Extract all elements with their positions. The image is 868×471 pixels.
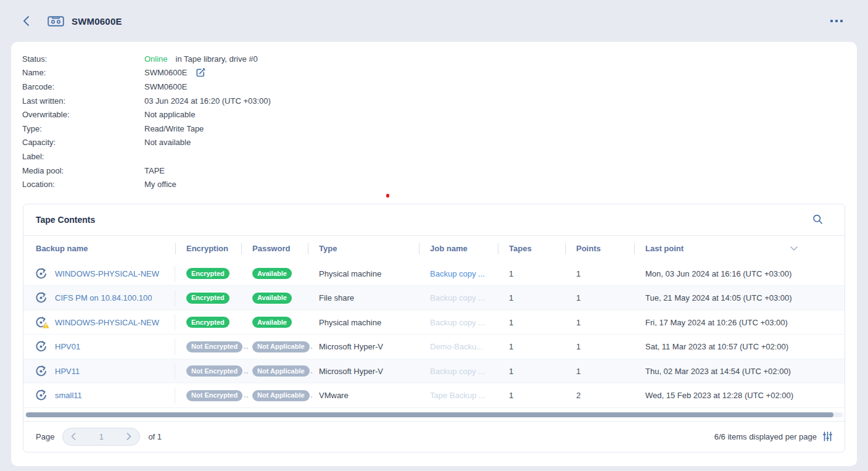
- table-footer: Page 1 of 1 6/6 items displayed per page: [23, 421, 845, 452]
- sliders-icon: [823, 431, 832, 441]
- backup-name-link[interactable]: small11: [55, 391, 82, 400]
- tapes-cell: 1: [498, 293, 565, 302]
- type-cell: Microsoft Hyper-V: [308, 367, 419, 376]
- current-page-value[interactable]: 1: [99, 432, 104, 441]
- page-title: SWM0600E: [72, 16, 122, 27]
- status-location-value: in Tape library, drive #0: [176, 54, 258, 64]
- restore-point-icon: [35, 267, 48, 280]
- warning-triangle-icon: [42, 322, 50, 331]
- detail-row-last-written: Last written: 03 Jun 2024 at 16:20 (UTC …: [22, 94, 857, 108]
- password-badge: Not Applicable: [252, 365, 310, 377]
- type-cell: VMware: [308, 391, 419, 400]
- pager-control: 1: [62, 428, 140, 446]
- column-header-type[interactable]: Type: [308, 244, 419, 253]
- password-badge: Available: [252, 293, 292, 304]
- backup-name-link[interactable]: CIFS PM on 10.84.100.100: [55, 293, 152, 302]
- detail-row-overwritable: Overwritable: Not applicable: [22, 107, 857, 122]
- more-actions-button[interactable]: [829, 16, 844, 26]
- edit-pencil-icon: [196, 67, 206, 78]
- detail-row-media-pool: Media pool: TAPE: [22, 164, 857, 178]
- location-value: My office: [144, 180, 176, 189]
- table-row: WINDOWS-PHYSICAL-NEW Encrypted Available…: [23, 311, 845, 335]
- table-row: HPV11 Not Encrypted.. Not Applicable. Mi…: [23, 359, 845, 384]
- items-per-page-button[interactable]: [823, 431, 832, 441]
- column-header-job-name[interactable]: Job name: [419, 244, 498, 253]
- points-cell: 1: [565, 318, 634, 327]
- tape-contents-panel: Tape Contents Backup name Encryption Pas…: [23, 204, 845, 452]
- encryption-badge: Encrypted: [186, 317, 229, 328]
- prev-page-button[interactable]: [71, 433, 76, 440]
- detail-row-label: Label:: [22, 149, 857, 164]
- tape-contents-title: Tape Contents: [36, 215, 95, 225]
- column-header-encryption[interactable]: Encryption: [175, 244, 241, 253]
- scrollbar-track[interactable]: [25, 412, 843, 417]
- detail-row-type: Type: Read/Write Tape: [22, 122, 857, 136]
- job-name-link[interactable]: Demo-Backu...: [430, 342, 483, 351]
- type-value: Read/Write Tape: [144, 124, 204, 133]
- last-point-cell: Mon, 03 Jun 2024 at 16:16 (UTC +03:00): [634, 269, 845, 278]
- detail-row-location: Location: My office: [22, 177, 857, 191]
- items-displayed-label: 6/6 items displayed per page: [714, 432, 817, 441]
- edit-name-button[interactable]: [196, 67, 206, 78]
- tape-properties: Status: Online in Tape library, drive #0…: [11, 42, 857, 191]
- job-name-link[interactable]: Backup copy ...: [430, 293, 485, 302]
- backup-name-link[interactable]: HPV11: [55, 367, 80, 376]
- type-cell: Physical machine: [308, 269, 419, 278]
- column-header-backup-name[interactable]: Backup name: [23, 244, 175, 253]
- restore-point-icon: [35, 389, 48, 402]
- job-name-link[interactable]: Backup copy ...: [430, 269, 485, 278]
- page-of-label: of 1: [148, 432, 162, 441]
- column-header-tapes[interactable]: Tapes: [498, 244, 565, 253]
- back-button[interactable]: [22, 15, 31, 27]
- search-button[interactable]: [812, 214, 824, 225]
- column-header-password[interactable]: Password: [241, 244, 308, 253]
- restore-point-warning-icon: [35, 316, 48, 329]
- points-cell: 1: [565, 293, 634, 302]
- search-icon: [812, 214, 824, 225]
- page-label: Page: [36, 432, 54, 441]
- detail-row-status: Status: Online in Tape library, drive #0: [22, 52, 857, 66]
- top-bar: SWM0600E: [0, 0, 868, 42]
- encryption-badge: Encrypted: [186, 293, 229, 304]
- job-name-link[interactable]: Tape Backup ...: [430, 391, 486, 400]
- type-cell: Microsoft Hyper-V: [308, 342, 419, 351]
- capacity-value: Not available: [144, 138, 191, 147]
- sort-descending-icon[interactable]: [790, 246, 798, 251]
- backup-name-link[interactable]: WINDOWS-PHYSICAL-NEW: [55, 269, 159, 278]
- last-point-cell: Thu, 02 Mar 2023 at 14:54 (UTC +02:00): [634, 367, 845, 376]
- overwritable-value: Not applicable: [144, 110, 195, 119]
- restore-point-icon: [35, 365, 48, 378]
- ellipsis-icon: [830, 20, 833, 22]
- job-name-link[interactable]: Backup copy ...: [430, 318, 485, 327]
- detail-label: Name:: [22, 68, 144, 77]
- tapes-cell: 1: [498, 269, 565, 278]
- detail-label: Status:: [22, 54, 144, 64]
- table-row: WINDOWS-PHYSICAL-NEW Encrypted Available…: [23, 262, 845, 286]
- tapes-cell: 1: [498, 342, 565, 351]
- chevron-left-icon: [71, 433, 76, 440]
- red-dot-artifact: [386, 194, 389, 198]
- last-point-cell: Sat, 11 Mar 2023 at 10:57 (UTC +02:00): [634, 342, 845, 351]
- table-body: WINDOWS-PHYSICAL-NEW Encrypted Available…: [23, 262, 845, 408]
- column-header-points[interactable]: Points: [565, 244, 634, 253]
- type-cell: File share: [308, 293, 419, 302]
- tape-contents-header: Tape Contents: [23, 204, 845, 236]
- job-name-link[interactable]: Backup copy ...: [430, 367, 485, 376]
- table-header-row: Backup name Encryption Password Type Job…: [23, 236, 845, 262]
- password-badge: Available: [252, 317, 292, 328]
- password-badge: Available: [252, 268, 292, 279]
- horizontal-scrollbar: [23, 408, 845, 421]
- tape-details-card: Status: Online in Tape library, drive #0…: [11, 42, 857, 466]
- backup-name-link[interactable]: WINDOWS-PHYSICAL-NEW: [55, 318, 159, 327]
- backup-name-link[interactable]: HPV01: [55, 342, 80, 351]
- column-header-last-point[interactable]: Last point: [634, 244, 845, 253]
- scrollbar-thumb[interactable]: [26, 412, 833, 417]
- tapes-cell: 1: [498, 318, 565, 327]
- encryption-badge: Not Encrypted: [186, 365, 242, 377]
- table-row: CIFS PM on 10.84.100.100 Encrypted Avail…: [23, 286, 845, 311]
- next-page-button[interactable]: [126, 433, 131, 440]
- restore-point-icon: [35, 340, 48, 353]
- detail-row-capacity: Capacity: Not available: [22, 136, 857, 150]
- points-cell: 1: [565, 269, 634, 278]
- detail-row-name: Name: SWM0600E: [22, 66, 857, 80]
